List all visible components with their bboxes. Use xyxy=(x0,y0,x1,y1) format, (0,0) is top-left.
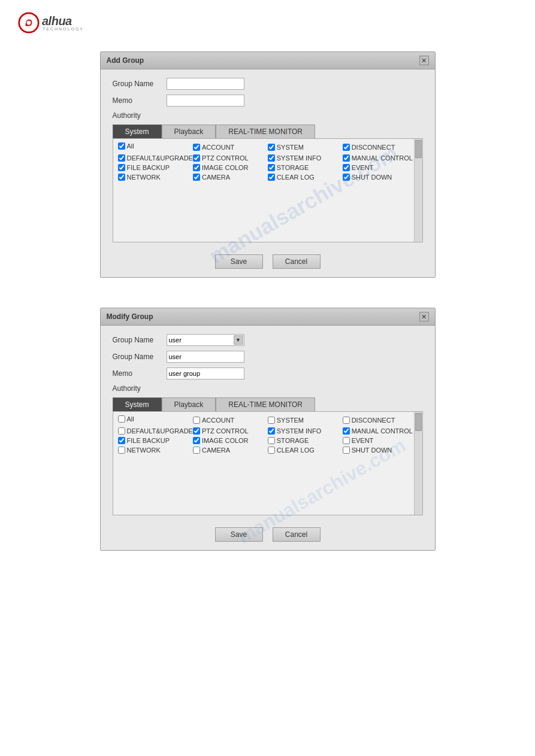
perm-storage-label: STORAGE xyxy=(277,164,309,171)
add-group-cancel-button[interactable]: Cancel xyxy=(273,254,321,269)
add-group-body: Group Name Memo Authority System Playbac… xyxy=(101,69,435,248)
modify-perm-default-upgrade-checkbox[interactable] xyxy=(118,427,125,435)
modify-permissions-scrollbar[interactable] xyxy=(414,412,422,515)
perm-clear-log-checkbox[interactable] xyxy=(268,174,275,181)
modify-perm-ptz-control-checkbox[interactable] xyxy=(193,427,200,435)
perm-ptz-control-checkbox[interactable] xyxy=(193,154,200,162)
modify-group-footer: Save Cancel xyxy=(101,521,435,550)
modify-perm-system-info-label: SYSTEM INFO xyxy=(277,427,322,435)
perm-file-backup-label: FILE BACKUP xyxy=(127,164,170,171)
modify-memo-row: Memo xyxy=(113,368,423,379)
memo-input[interactable] xyxy=(167,95,244,107)
perm-ptz-control: PTZ CONTROL xyxy=(193,154,268,162)
group-name-input[interactable] xyxy=(167,78,244,90)
modify-perm-shutdown-checkbox[interactable] xyxy=(343,447,350,454)
modify-group-save-button[interactable]: Save xyxy=(215,527,263,542)
perm-system-info: SYSTEM INFO xyxy=(268,154,343,162)
modify-group-dialog: Modify Group ✕ Group Name user ▼ Group xyxy=(100,308,436,551)
modify-perm-system-checkbox[interactable] xyxy=(268,417,275,424)
memo-label: Memo xyxy=(113,96,167,105)
modify-perm-shutdown-label: SHUT DOWN xyxy=(352,447,392,454)
modify-perm-manual-control-checkbox[interactable] xyxy=(343,427,350,435)
perm-file-backup: FILE BACKUP xyxy=(118,164,193,171)
perm-image-color-checkbox[interactable] xyxy=(193,164,200,171)
permissions-scroll[interactable]: All ACCOUNT SYSTEM xyxy=(118,142,418,238)
modify-perm-event: EVENT xyxy=(343,437,418,444)
modify-perm-system-info: SYSTEM INFO xyxy=(268,427,343,435)
perm-image-color-label: IMAGE COLOR xyxy=(202,164,249,171)
modify-perm-clear-log-label: CLEAR LOG xyxy=(277,447,315,454)
modify-tab-playback[interactable]: Playback xyxy=(162,397,216,411)
permissions-scrollbar[interactable] xyxy=(414,139,422,242)
modify-perm-all-checkbox[interactable] xyxy=(118,415,125,423)
perm-camera-checkbox[interactable] xyxy=(193,174,200,181)
perm-shutdown-checkbox[interactable] xyxy=(343,174,350,181)
modify-perm-image-color-checkbox[interactable] xyxy=(193,437,200,444)
perm-file-backup-checkbox[interactable] xyxy=(118,164,125,171)
modify-group-close-button[interactable]: ✕ xyxy=(419,312,429,321)
modify-group-name-dropdown-label: Group Name xyxy=(113,336,167,344)
modify-perm-storage: STORAGE xyxy=(268,437,343,444)
modify-memo-input[interactable] xyxy=(167,368,244,379)
modify-perm-file-backup-checkbox[interactable] xyxy=(118,437,125,444)
add-group-save-button[interactable]: Save xyxy=(215,254,263,269)
perm-ptz-control-label: PTZ CONTROL xyxy=(202,154,249,162)
modify-permissions-scroll[interactable]: All ACCOUNT SYSTEM xyxy=(118,415,418,511)
scrollbar-thumb[interactable] xyxy=(415,140,422,158)
perm-manual-control-checkbox[interactable] xyxy=(343,154,350,162)
perm-shutdown-label: SHUT DOWN xyxy=(352,174,392,181)
tab-realtime[interactable]: REAL-TIME MONITOR xyxy=(216,125,315,138)
modify-group-name-dropdown-row: Group Name user ▼ xyxy=(113,334,423,346)
modify-permissions-grid: All ACCOUNT SYSTEM xyxy=(118,415,418,454)
modify-group-titlebar: Modify Group ✕ xyxy=(101,308,435,326)
perm-network-label: NETWORK xyxy=(127,174,161,181)
perm-system-info-checkbox[interactable] xyxy=(268,154,275,162)
modify-perm-camera-label: CAMERA xyxy=(202,447,230,454)
modify-perm-camera-checkbox[interactable] xyxy=(193,447,200,454)
modify-tab-system[interactable]: System xyxy=(113,397,162,411)
perm-storage: STORAGE xyxy=(268,164,343,171)
add-group-close-button[interactable]: ✕ xyxy=(419,56,429,65)
logo-text: alhua xyxy=(42,14,84,28)
perm-storage-checkbox[interactable] xyxy=(268,164,275,171)
modify-group-cancel-button[interactable]: Cancel xyxy=(273,527,321,542)
perm-clear-log-label: CLEAR LOG xyxy=(277,174,315,181)
modify-perm-network-label: NETWORK xyxy=(127,447,161,454)
add-group-title: Add Group xyxy=(107,56,144,65)
modify-tab-realtime[interactable]: REAL-TIME MONITOR xyxy=(216,397,315,411)
modify-perm-clear-log-checkbox[interactable] xyxy=(268,447,275,454)
modify-group-name-input-row: Group Name xyxy=(113,351,423,363)
perm-account: ACCOUNT xyxy=(193,142,268,152)
perm-account-checkbox[interactable] xyxy=(193,144,200,151)
perm-disconnect-checkbox[interactable] xyxy=(343,144,350,151)
modify-perm-storage-checkbox[interactable] xyxy=(268,437,275,444)
modify-perm-disconnect-checkbox[interactable] xyxy=(343,417,350,424)
perm-event-checkbox[interactable] xyxy=(343,164,350,171)
perm-system-checkbox[interactable] xyxy=(268,144,275,151)
perm-event-label: EVENT xyxy=(352,164,374,171)
modify-perm-account-checkbox[interactable] xyxy=(193,417,200,424)
modify-perm-system-info-checkbox[interactable] xyxy=(268,427,275,435)
svg-point-1 xyxy=(26,20,31,25)
modify-perm-event-checkbox[interactable] xyxy=(343,437,350,444)
tab-system[interactable]: System xyxy=(113,125,162,138)
add-group-tabs: System Playback REAL-TIME MONITOR xyxy=(113,125,423,138)
modify-authority-label: Authority xyxy=(113,384,167,393)
perm-all-checkbox[interactable] xyxy=(118,142,125,150)
perm-network-checkbox[interactable] xyxy=(118,174,125,181)
tab-playback[interactable]: Playback xyxy=(162,125,216,138)
group-name-select[interactable]: user xyxy=(167,334,244,346)
perm-camera: CAMERA xyxy=(193,174,268,181)
perm-all: All xyxy=(118,142,193,150)
logo-icon xyxy=(18,12,40,34)
modify-perm-network-checkbox[interactable] xyxy=(118,447,125,454)
modify-group-name-input[interactable] xyxy=(167,351,244,363)
modify-perm-account-label: ACCOUNT xyxy=(202,417,234,424)
perm-default-upgrade: DEFAULT&UPGRADE xyxy=(118,154,193,162)
modify-permissions-area: All ACCOUNT SYSTEM xyxy=(113,411,423,515)
modify-perm-image-color-label: IMAGE COLOR xyxy=(202,437,249,444)
perm-network: NETWORK xyxy=(118,174,193,181)
perm-default-upgrade-checkbox[interactable] xyxy=(118,154,125,162)
modify-scrollbar-thumb[interactable] xyxy=(415,413,422,431)
group-name-select-wrapper: user ▼ xyxy=(167,334,244,346)
